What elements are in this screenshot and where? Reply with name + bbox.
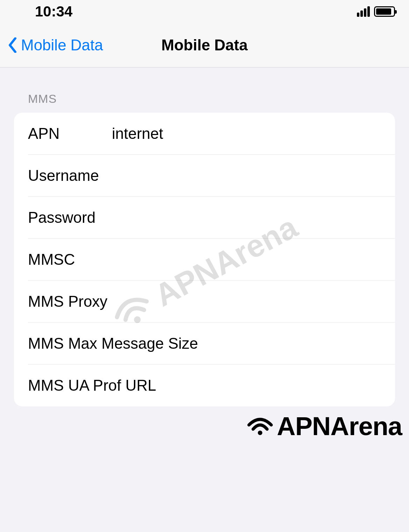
wifi-icon [246, 416, 274, 437]
mmsc-input[interactable] [112, 251, 381, 268]
row-label: MMS Proxy [28, 293, 107, 310]
row-label: APN [28, 125, 112, 142]
page-title: Mobile Data [162, 36, 248, 54]
mms-max-size-input[interactable] [198, 335, 381, 352]
apn-input[interactable] [112, 125, 381, 142]
row-password[interactable]: Password [14, 197, 395, 239]
chevron-left-icon [7, 37, 18, 53]
row-username[interactable]: Username [14, 155, 395, 197]
status-time: 10:34 [35, 3, 72, 20]
mms-ua-prof-url-input[interactable] [156, 377, 381, 394]
settings-group-mms: APN Username Password MMSC MMS Proxy MMS… [14, 113, 395, 406]
row-label: Username [28, 167, 112, 184]
row-label: MMS Max Message Size [28, 335, 198, 352]
status-bar: 10:34 [0, 0, 409, 23]
row-mmsc[interactable]: MMSC [14, 239, 395, 281]
row-apn[interactable]: APN [14, 113, 395, 155]
mms-proxy-input[interactable] [107, 293, 381, 310]
row-mms-proxy[interactable]: MMS Proxy [14, 281, 395, 322]
status-icons [357, 6, 395, 17]
section-header-mms: MMS [14, 68, 395, 113]
navigation-bar: Mobile Data Mobile Data [0, 23, 409, 68]
svg-point-1 [258, 431, 263, 435]
back-button[interactable]: Mobile Data [7, 36, 103, 54]
battery-icon [374, 6, 395, 17]
brand-text: APNArena [277, 411, 402, 441]
back-label: Mobile Data [21, 36, 103, 54]
cellular-signal-icon [357, 6, 370, 17]
row-label: Password [28, 209, 112, 226]
row-label: MMS UA Prof URL [28, 377, 156, 394]
brand-logo: APNArena [246, 411, 402, 441]
row-label: MMSC [28, 251, 112, 268]
password-input[interactable] [112, 209, 381, 226]
row-mms-ua-prof-url[interactable]: MMS UA Prof URL [14, 364, 395, 406]
row-mms-max-size[interactable]: MMS Max Message Size [14, 322, 395, 364]
username-input[interactable] [112, 167, 381, 184]
